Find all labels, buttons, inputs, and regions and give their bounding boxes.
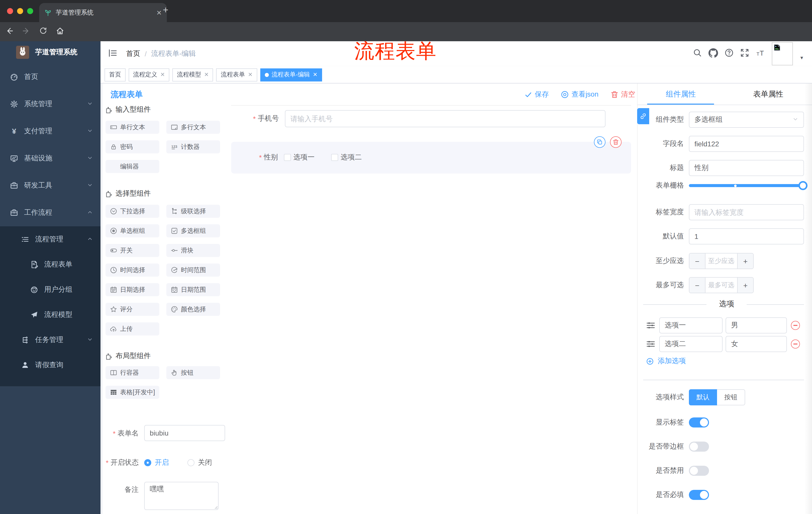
with-border-toggle[interactable]	[689, 441, 709, 452]
show-label-toggle[interactable]	[689, 417, 709, 428]
avatar[interactable]	[772, 42, 793, 65]
sidebar-item-workflow[interactable]: 工作流程	[0, 199, 100, 226]
clear-button[interactable]: 清空	[610, 90, 635, 99]
tag-process-form-edit[interactable]: 流程表单-编辑✕	[260, 68, 322, 81]
traffic-close-button[interactable]	[7, 8, 13, 14]
sidebar-item-process-mgmt[interactable]: 流程管理	[0, 226, 100, 252]
search-icon[interactable]	[693, 48, 702, 59]
sidebar-item-devtools[interactable]: 研发工具	[0, 172, 100, 199]
component-date-range[interactable]: 日期范围	[166, 283, 220, 296]
component-single-line-text[interactable]: 单行文本	[106, 121, 159, 134]
style-default-button[interactable]: 默认	[689, 389, 717, 405]
tag-close-icon[interactable]: ✕	[248, 72, 253, 78]
font-size-icon[interactable]	[756, 49, 765, 59]
component-slider[interactable]: 滑块	[166, 244, 220, 257]
sidebar-item-infra[interactable]: 基础设施	[0, 145, 100, 172]
sidebar-item-payment[interactable]: ¥ 支付管理	[0, 118, 100, 145]
grid-slider-track[interactable]	[689, 184, 808, 187]
browser-tab[interactable]: 芋道管理系统 ✕	[39, 3, 167, 22]
decrease-button[interactable]: −	[689, 278, 705, 293]
style-button-button[interactable]: 按钮	[717, 389, 745, 405]
tab-component-props[interactable]: 组件属性	[637, 83, 725, 105]
canvas-selected-component[interactable]	[231, 142, 631, 173]
component-upload[interactable]: 上传	[106, 322, 159, 335]
new-tab-button[interactable]: +	[163, 4, 168, 16]
max-select-placeholder[interactable]: 最多可选	[705, 278, 737, 293]
title-input[interactable]	[689, 160, 804, 176]
required-toggle[interactable]	[689, 490, 709, 500]
tag-home[interactable]: 首页	[105, 68, 126, 81]
decrease-button[interactable]: −	[689, 253, 705, 269]
component-row-container[interactable]: 行容器	[106, 366, 159, 379]
sidebar-item-home[interactable]: 首页	[0, 63, 100, 90]
gender-option2-label[interactable]: 选项二	[341, 149, 362, 166]
default-value-input[interactable]	[689, 228, 804, 244]
drag-handle-icon[interactable]	[646, 340, 655, 349]
component-time-picker[interactable]: 时间选择	[106, 264, 159, 277]
sidebar-logo[interactable]: 芋道管理系统	[0, 41, 100, 63]
tag-process-model[interactable]: 流程模型✕	[172, 68, 213, 81]
component-editor[interactable]: 编辑器	[106, 160, 159, 173]
home-button[interactable]	[56, 26, 64, 37]
form-name-input[interactable]	[144, 425, 225, 441]
tag-close-icon[interactable]: ✕	[313, 72, 317, 78]
gender-option2-checkbox[interactable]	[331, 154, 338, 161]
component-switch[interactable]: 开关	[106, 244, 159, 257]
textarea-resize-icon[interactable]	[212, 504, 218, 510]
avatar-caret-icon[interactable]: ▼	[800, 55, 804, 60]
option1-label-input[interactable]	[659, 317, 723, 333]
back-button[interactable]	[5, 26, 13, 37]
save-button[interactable]: 保存	[525, 90, 549, 99]
status-off-label[interactable]: 关闭	[198, 455, 212, 471]
status-on-radio[interactable]	[144, 459, 151, 466]
sidebar-item-user-group[interactable]: 用户分组	[0, 277, 100, 302]
sidebar-item-system[interactable]: 系统管理	[0, 90, 100, 118]
fullscreen-icon[interactable]	[740, 48, 749, 59]
component-time-range[interactable]: 时间范围	[166, 264, 220, 277]
tag-process-definition[interactable]: 流程定义✕	[128, 68, 169, 81]
traffic-zoom-button[interactable]	[27, 8, 33, 14]
component-button[interactable]: 按钮	[166, 366, 220, 379]
status-off-radio[interactable]	[187, 459, 195, 466]
gender-option1-checkbox[interactable]	[284, 154, 291, 161]
component-type-select[interactable]: 多选框组	[689, 112, 804, 128]
component-select[interactable]: 下拉选择	[106, 205, 159, 218]
increase-button[interactable]: +	[737, 253, 753, 269]
component-cascader[interactable]: 级联选择	[166, 205, 220, 218]
traffic-minimize-button[interactable]	[17, 8, 23, 14]
option2-label-input[interactable]	[659, 336, 723, 352]
component-color-picker[interactable]: 颜色选择	[166, 303, 220, 316]
sidebar-item-task-mgmt[interactable]: 任务管理	[0, 327, 100, 353]
field-name-input[interactable]	[689, 136, 804, 152]
sidebar-item-process-model[interactable]: 流程模型	[0, 302, 100, 327]
option1-value-input[interactable]	[726, 317, 787, 333]
gender-option1-label[interactable]: 选项一	[293, 149, 315, 166]
tag-process-form[interactable]: 流程表单✕	[216, 68, 257, 81]
add-option-button[interactable]: 添加选项	[646, 356, 686, 366]
increase-button[interactable]: +	[737, 278, 753, 293]
component-rate[interactable]: 评分	[106, 303, 159, 316]
canvas-phone-input[interactable]	[285, 110, 606, 127]
reload-button[interactable]	[39, 27, 47, 37]
component-checkbox-group[interactable]: 多选框组	[166, 224, 220, 237]
status-on-label[interactable]: 开启	[155, 455, 169, 471]
forward-button[interactable]	[22, 26, 31, 37]
github-icon[interactable]	[708, 48, 718, 60]
sidebar-item-process-form[interactable]: 流程表单	[0, 252, 100, 277]
form-remark-textarea[interactable]: 嘿嘿	[144, 482, 219, 510]
drag-handle-icon[interactable]	[646, 321, 655, 330]
hamburger-icon[interactable]	[108, 48, 118, 60]
sidebar-item-leave-query[interactable]: 请假查询	[0, 353, 100, 378]
tab-form-props[interactable]: 表单属性	[725, 83, 812, 105]
component-date-picker[interactable]: 日期选择	[106, 283, 159, 296]
component-table[interactable]: 表格[开发中]	[106, 386, 159, 399]
tab-close-icon[interactable]: ✕	[156, 9, 162, 16]
tag-close-icon[interactable]: ✕	[204, 72, 208, 78]
breadcrumb-home[interactable]: 首页	[126, 49, 140, 58]
remove-option1-button[interactable]	[791, 321, 800, 330]
help-icon[interactable]	[725, 48, 734, 59]
disabled-toggle[interactable]	[689, 466, 709, 476]
view-json-button[interactable]: 查看json	[561, 90, 599, 99]
tag-close-icon[interactable]: ✕	[160, 72, 165, 78]
label-width-input[interactable]	[689, 204, 804, 220]
